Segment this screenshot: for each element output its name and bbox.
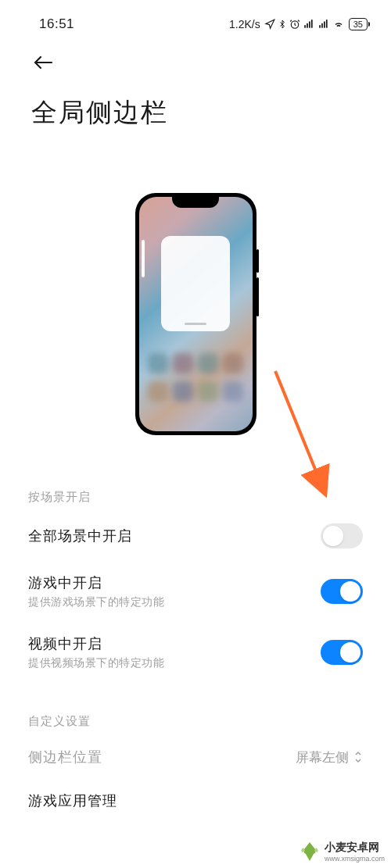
battery-icon: 35 [349,18,368,30]
setting-title: 全部场景中开启 [28,527,321,545]
chevron-updown-icon [353,750,363,764]
setting-subtitle: 提供游戏场景下的特定功能 [28,595,321,609]
svg-rect-2 [307,23,308,28]
signal-icon-2 [317,19,330,30]
toggle-game[interactable] [321,579,363,604]
setting-subtitle: 提供视频场景下的特定功能 [28,656,321,670]
section-header-custom: 自定义设置 [0,683,391,735]
page-title: 全局侧边栏 [0,81,391,146]
bluetooth-icon [278,19,287,30]
preview-container [0,146,391,459]
phone-preview [135,193,256,435]
network-speed: 1.2K/s [229,18,260,30]
status-bar: 16:51 1.2K/s 35 [0,0,391,39]
signal-icon-1 [303,19,315,30]
svg-rect-5 [319,25,321,28]
setting-sidebar-position[interactable]: 侧边栏位置 屏幕左侧 [0,735,391,779]
status-time: 16:51 [39,16,74,32]
location-icon [264,19,275,30]
watermark: 小麦安卓网 www.xmsigma.com [298,840,385,863]
alarm-icon [289,19,300,30]
wifi-icon [332,19,345,30]
select-value: 屏幕左侧 [296,748,363,766]
setting-title: 视频中开启 [28,634,321,653]
status-icons: 35 [264,18,368,30]
setting-all-scenes[interactable]: 全部场景中开启 [0,511,391,561]
back-arrow-icon [33,55,53,70]
setting-title: 游戏中开启 [28,573,321,592]
svg-rect-8 [326,20,328,28]
svg-rect-4 [311,20,313,28]
setting-video[interactable]: 视频中开启 提供视频场景下的特定功能 [0,622,391,683]
svg-rect-3 [309,22,310,28]
toggle-video[interactable] [321,640,363,665]
setting-title: 游戏应用管理 [28,791,363,810]
svg-rect-7 [324,22,325,28]
status-right: 1.2K/s 35 [229,18,368,30]
watermark-logo-icon [298,840,321,863]
svg-rect-6 [321,23,323,28]
setting-game-app-manage[interactable]: 游戏应用管理 [0,779,391,810]
watermark-title: 小麦安卓网 [325,841,379,855]
section-header-scene: 按场景开启 [0,459,391,511]
toggle-all-scenes[interactable] [321,523,363,548]
watermark-url: www.xmsigma.com [325,855,385,863]
svg-rect-1 [304,25,306,28]
back-button[interactable] [0,39,391,81]
setting-title: 侧边栏位置 [28,748,296,766]
setting-game[interactable]: 游戏中开启 提供游戏场景下的特定功能 [0,561,391,622]
